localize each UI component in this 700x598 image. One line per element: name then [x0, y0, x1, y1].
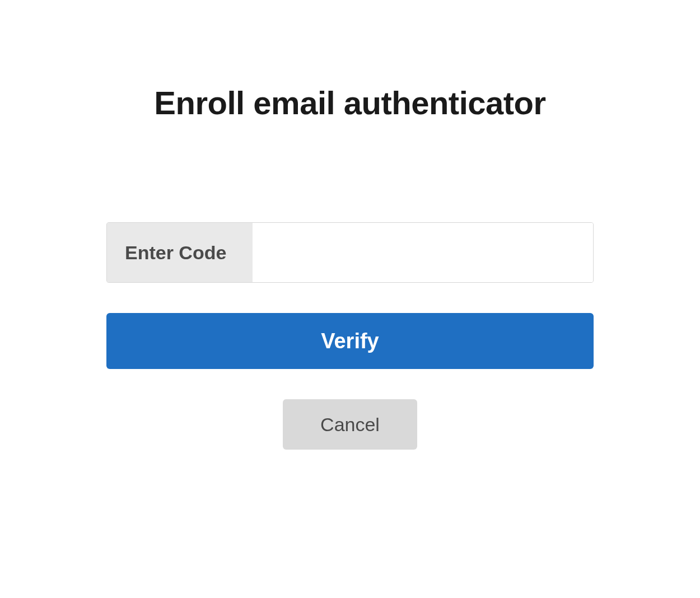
- code-input[interactable]: [253, 223, 593, 282]
- verify-button[interactable]: Verify: [106, 313, 594, 369]
- code-input-group: Enter Code: [106, 222, 594, 283]
- enroll-form: Enter Code Verify Cancel: [106, 222, 594, 450]
- cancel-button[interactable]: Cancel: [283, 399, 417, 450]
- code-input-label: Enter Code: [107, 223, 253, 282]
- page-title: Enroll email authenticator: [154, 84, 545, 122]
